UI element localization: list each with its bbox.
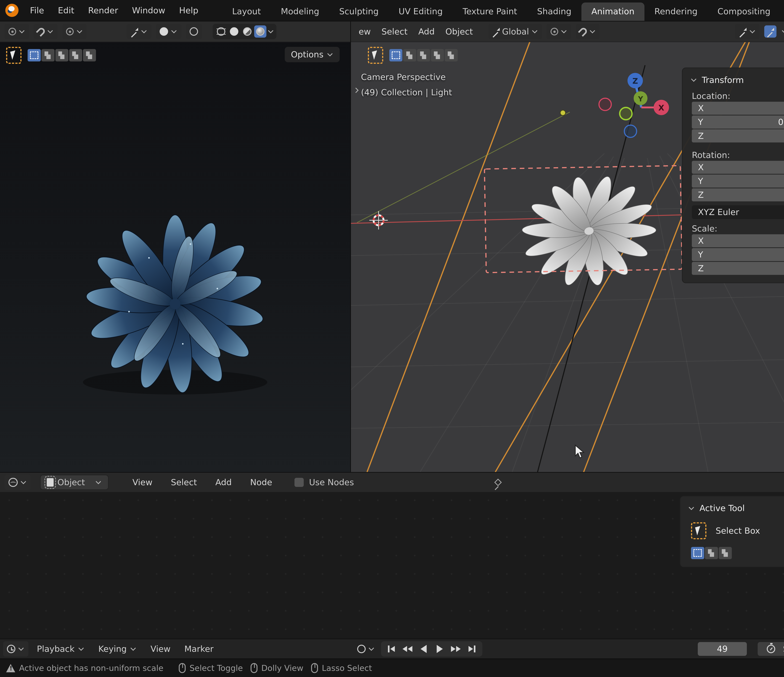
shader-editor[interactable]: Object View Select Add Node Use Nodes Ac… [0,472,784,638]
select-mode-intersect[interactable] [445,49,458,61]
select-mode-extend[interactable] [705,547,718,559]
tab-geometry-nodes[interactable]: Geometry Nodes [780,3,784,21]
gizmo-button[interactable] [127,24,151,39]
blender-logo-icon[interactable] [5,4,18,17]
menu-window[interactable]: Window [125,0,172,21]
start-frame-field[interactable]: Start 1 [758,642,784,656]
tab-compositing[interactable]: Compositing [708,3,780,21]
menu-select[interactable]: Select [164,477,204,487]
menu-object[interactable]: Object [442,26,476,37]
scale-z-field[interactable]: Z7.218 [692,262,784,275]
shader-type-dropdown[interactable]: Object [40,475,109,490]
menu-help[interactable]: Help [172,0,205,21]
shading-material-button[interactable] [241,25,253,37]
snap-button[interactable] [576,24,600,39]
pivot-point-button[interactable] [547,24,571,39]
select-mode-extend[interactable] [403,49,416,61]
location-y-field[interactable]: Y0.23915 m [692,115,784,129]
tab-shading[interactable]: Shading [527,3,582,21]
flower-object-blue [0,22,351,472]
menu-view[interactable]: View [145,644,176,654]
xray-toggle[interactable] [186,24,202,39]
menu-view[interactable]: ew [356,26,374,37]
menu-view[interactable]: View [126,477,159,487]
location-z-field[interactable]: Z1.9832 m [692,129,784,142]
transform-panel: Transform Location: X2.3577 m Y0.23915 m… [682,68,784,283]
collapse-icon[interactable] [691,76,697,82]
tab-modeling[interactable]: Modeling [271,3,329,21]
tab-animation[interactable]: Animation [582,3,644,21]
select-mode-invert[interactable] [69,49,82,61]
tab-layout[interactable]: Layout [222,3,271,21]
svg-text:X: X [658,103,664,112]
next-keyframe-button[interactable] [448,642,463,656]
select-mode-subtract[interactable] [417,49,430,61]
shading-solid-button[interactable] [228,25,240,37]
tab-uv-editing[interactable]: UV Editing [389,3,453,21]
sidebar-collapse-arrow[interactable] [353,86,359,96]
select-mode-intersect[interactable] [83,49,96,61]
menu-select[interactable]: Select [378,26,411,37]
tab-rendering[interactable]: Rendering [644,3,708,21]
tab-texture-paint[interactable]: Texture Paint [453,3,527,21]
shading-rendered-button[interactable] [254,25,266,37]
pivot-point-button[interactable] [5,24,29,39]
viewport-left-options[interactable]: Options [285,47,340,62]
select-mode-subtract[interactable] [55,49,68,61]
menu-add[interactable]: Add [415,26,438,37]
gizmo-icon [131,28,138,36]
shading-wireframe-button[interactable] [215,25,227,37]
collapse-icon[interactable] [689,505,694,510]
select-box-tool-icon[interactable] [6,47,22,64]
menu-add[interactable]: Add [208,477,238,487]
select-box-tool-icon[interactable] [368,47,383,64]
current-frame-field[interactable]: 49 [698,642,747,656]
select-mode-subtract[interactable] [719,547,732,559]
chevron-down-icon [78,646,84,651]
rotation-mode-dropdown[interactable]: XYZ Euler [692,205,784,219]
menu-node[interactable]: Node [243,477,279,487]
pivot-icon [551,28,558,36]
pin-icon[interactable] [494,478,502,486]
transform-orientation-dropdown[interactable]: Global [488,24,542,39]
gizmo-visibility-button[interactable] [735,24,760,39]
auto-keying-toggle[interactable] [357,645,375,653]
menu-playback[interactable]: Playback [31,644,90,654]
play-reverse-button[interactable] [416,642,431,656]
editor-type-button[interactable] [5,475,31,490]
menu-marker[interactable]: Marker [179,644,219,654]
menu-edit[interactable]: Edit [51,0,81,21]
viewport-main[interactable]: ew Select Add Object Global [351,22,784,472]
playback-controls [381,641,482,657]
jump-to-start-button[interactable] [384,642,398,656]
previous-keyframe-button[interactable] [400,642,415,656]
use-nodes-label: Use Nodes [309,477,354,487]
location-x-field[interactable]: X2.3577 m [692,102,784,115]
select-mode-invert[interactable] [431,49,444,61]
show-gizmo-toggle[interactable] [764,25,776,37]
scale-y-field[interactable]: Y5.617 [692,248,784,261]
snap-button[interactable] [34,24,58,39]
select-mode-set[interactable] [389,49,402,61]
select-box-tool-icon[interactable] [691,522,706,539]
play-button[interactable] [432,642,447,656]
rotation-y-field[interactable]: Y9.1039° [692,175,784,188]
select-mode-set[interactable] [28,49,40,61]
use-nodes-checkbox[interactable] [294,478,304,487]
viewport-secondary[interactable]: Options [0,22,351,472]
menu-file[interactable]: File [23,0,51,21]
viewport-left-toolrow [6,47,96,64]
overlays-button[interactable] [156,24,181,39]
tab-sculpting[interactable]: Sculpting [329,3,389,21]
menu-keying[interactable]: Keying [93,644,142,654]
scale-x-field[interactable]: X33.423 [692,234,784,247]
menu-render[interactable]: Render [81,0,125,21]
editor-type-button[interactable] [3,641,28,657]
select-mode-extend[interactable] [41,49,54,61]
select-mode-set[interactable] [691,547,704,559]
jump-to-end-button[interactable] [465,642,479,656]
proportional-edit-button[interactable] [62,24,87,39]
rotation-z-field[interactable]: Z-8.8449° [692,188,784,201]
rotation-x-field[interactable]: X-25.977° [692,161,784,174]
nav-gizmo[interactable]: Z Y X [605,68,674,137]
